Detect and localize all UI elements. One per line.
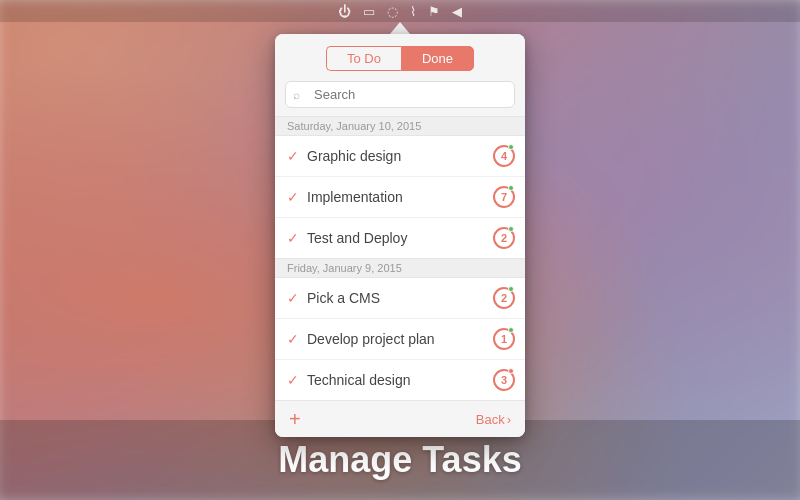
task-list-sat: ✓ Graphic design 4 ✓ Implementation 7 ✓ … [275, 136, 525, 258]
status-dot [508, 368, 514, 374]
task-label: Implementation [307, 189, 493, 205]
chevron-right-icon: › [507, 412, 511, 427]
bottom-bar: + Back › [275, 400, 525, 437]
check-icon: ✓ [287, 372, 299, 388]
task-badge: 2 [493, 227, 515, 249]
wifi-icon: ⌇ [410, 4, 416, 19]
airplay-icon: ▭ [363, 4, 375, 19]
status-dot [508, 226, 514, 232]
check-icon: ✓ [287, 290, 299, 306]
add-button[interactable]: + [289, 409, 301, 429]
task-badge: 7 [493, 186, 515, 208]
status-dot [508, 144, 514, 150]
back-label: Back [476, 412, 505, 427]
check-icon: ✓ [287, 148, 299, 164]
task-label: Graphic design [307, 148, 493, 164]
search-input[interactable] [285, 81, 515, 108]
task-item[interactable]: ✓ Pick a CMS 2 [275, 278, 525, 319]
check-icon: ✓ [287, 331, 299, 347]
task-label: Technical design [307, 372, 493, 388]
back-button[interactable]: Back › [476, 412, 511, 427]
status-dot [508, 185, 514, 191]
task-label: Develop project plan [307, 331, 493, 347]
popup-arrow [390, 22, 410, 34]
section-header-fri: Friday, January 9, 2015 [275, 258, 525, 278]
task-item[interactable]: ✓ Test and Deploy 2 [275, 218, 525, 258]
flag-icon: ⚑ [428, 4, 440, 19]
section-header-sat: Saturday, January 10, 2015 [275, 116, 525, 136]
task-label: Test and Deploy [307, 230, 493, 246]
task-item[interactable]: ✓ Graphic design 4 [275, 136, 525, 177]
tab-todo[interactable]: To Do [326, 46, 401, 71]
search-bar: ⌕ [285, 81, 515, 108]
clock-icon: ◌ [387, 4, 398, 19]
tab-done[interactable]: Done [401, 46, 474, 71]
task-badge: 2 [493, 287, 515, 309]
task-badge: 3 [493, 369, 515, 391]
task-item[interactable]: ✓ Implementation 7 [275, 177, 525, 218]
task-label: Pick a CMS [307, 290, 493, 306]
search-icon: ⌕ [293, 88, 300, 102]
task-list-fri: ✓ Pick a CMS 2 ✓ Develop project plan 1 … [275, 278, 525, 400]
power-icon: ⏻ [338, 4, 351, 19]
app-title-text: Manage Tasks [278, 439, 521, 481]
task-badge: 4 [493, 145, 515, 167]
check-icon: ✓ [287, 189, 299, 205]
task-item[interactable]: ✓ Develop project plan 1 [275, 319, 525, 360]
back-icon: ◀ [452, 4, 462, 19]
status-dot [508, 286, 514, 292]
task-badge: 1 [493, 328, 515, 350]
popup-panel: To Do Done ⌕ Saturday, January 10, 2015 … [275, 34, 525, 437]
tabs-row: To Do Done [275, 34, 525, 81]
task-item[interactable]: ✓ Technical design 3 [275, 360, 525, 400]
status-dot [508, 327, 514, 333]
menu-bar: ⏻ ▭ ◌ ⌇ ⚑ ◀ [0, 0, 800, 22]
check-icon: ✓ [287, 230, 299, 246]
